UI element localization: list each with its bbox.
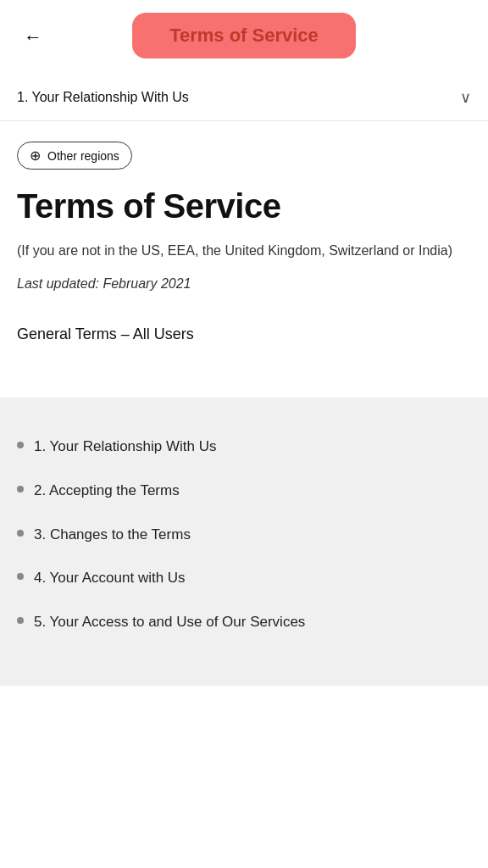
- toc-item-text: 3. Changes to the Terms: [34, 525, 191, 545]
- last-updated-text: Last updated: February 2021: [17, 276, 471, 292]
- header: ← Terms of Service: [0, 0, 488, 75]
- toc-bullet-icon: [17, 573, 24, 580]
- toc-item-text: 5. Your Access to and Use of Our Service…: [34, 612, 305, 632]
- toc-section: 1. Your Relationship With Us2. Accepting…: [0, 398, 488, 686]
- toc-bullet-icon: [17, 486, 24, 492]
- chevron-down-icon: ∨: [460, 88, 471, 107]
- toc-list-item[interactable]: 2. Accepting the Terms: [17, 469, 471, 513]
- globe-icon: ⊕: [30, 147, 41, 164]
- toc-list-item[interactable]: 4. Your Account with Us: [17, 556, 471, 600]
- region-badge-button[interactable]: ⊕ Other regions: [17, 142, 132, 170]
- page-title: Terms of Service: [17, 186, 471, 225]
- header-title: Terms of Service: [169, 25, 319, 46]
- header-title-box: Terms of Service: [132, 13, 356, 58]
- toc-list: 1. Your Relationship With Us2. Accepting…: [17, 425, 471, 644]
- subtitle-text: (If you are not in the US, EEA, the Unit…: [17, 241, 471, 261]
- main-content: ⊕ Other regions Terms of Service (If you…: [0, 121, 488, 398]
- general-terms-label: General Terms – All Users: [17, 326, 471, 343]
- toc-item-text: 1. Your Relationship With Us: [34, 437, 216, 457]
- back-arrow-icon: ←: [24, 26, 42, 48]
- section-nav-label: 1. Your Relationship With Us: [17, 90, 460, 105]
- toc-bullet-icon: [17, 617, 24, 624]
- region-badge-label: Other regions: [47, 149, 119, 163]
- toc-item-text: 4. Your Account with Us: [34, 568, 186, 588]
- toc-item-text: 2. Accepting the Terms: [34, 481, 180, 501]
- back-button[interactable]: ←: [17, 19, 49, 55]
- toc-list-item[interactable]: 1. Your Relationship With Us: [17, 425, 471, 469]
- toc-bullet-icon: [17, 442, 24, 448]
- toc-bullet-icon: [17, 530, 24, 537]
- toc-list-item[interactable]: 3. Changes to the Terms: [17, 513, 471, 557]
- toc-list-item[interactable]: 5. Your Access to and Use of Our Service…: [17, 600, 471, 644]
- section-nav[interactable]: 1. Your Relationship With Us ∨: [0, 75, 488, 121]
